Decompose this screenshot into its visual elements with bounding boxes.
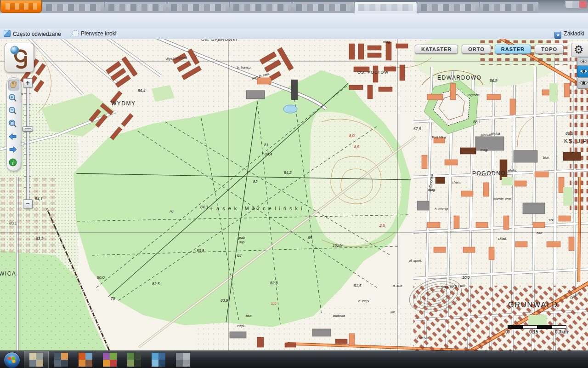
zoom-slider-thumb[interactable]	[23, 126, 33, 132]
firefox-menu-button[interactable]	[0, 0, 42, 13]
bookmark-first-steps[interactable]: Pierwsze kroki	[73, 30, 116, 38]
zoom-in-icon	[8, 93, 17, 103]
layer-visibility-button[interactable]	[577, 77, 588, 89]
window-controls-blur[interactable]	[565, 0, 587, 8]
map-tools-toolbar: i	[6, 77, 21, 171]
blurred-app-icon[interactable]	[74, 351, 97, 368]
blurred-tab-active[interactable]	[355, 2, 417, 13]
scale-label-mid: 0.15	[529, 329, 538, 334]
blurred-app-icon[interactable]	[49, 351, 73, 368]
zoom-slider-track[interactable]	[26, 87, 29, 200]
info-icon: i	[8, 158, 17, 167]
bookmarks-menu-button[interactable]: ★Zakładki	[554, 30, 584, 38]
map-viewport[interactable]: EDWARDOWOWYDMYOS. DĄBRÓWKIOS. POETÓWPOGO…	[0, 39, 588, 351]
taskbar-apps	[24, 351, 195, 368]
scale-label-end: 0.3km	[555, 329, 568, 334]
bookmarks-toolbar: Często odwiedzane Pierwsze kroki ★Zakład…	[0, 29, 588, 40]
zoom-out-icon	[8, 106, 17, 115]
layer-visibility-button[interactable]	[577, 57, 588, 66]
zoom-slider[interactable]: + −	[23, 78, 33, 208]
layer-tab-orto[interactable]: ORTO	[462, 45, 491, 54]
eye-icon	[579, 79, 588, 86]
layer-tabs: KATASTERORTORASTERTOPO	[415, 45, 564, 54]
layer-visibility-button-active[interactable]	[577, 66, 588, 77]
blurred-tab[interactable]	[230, 2, 292, 13]
geoportal-logo[interactable]	[5, 43, 34, 72]
blurred-tab[interactable]	[480, 2, 538, 13]
bookmarks-star-icon: ★	[554, 32, 561, 39]
windows-taskbar	[0, 351, 588, 368]
history-forward-tool[interactable]	[8, 145, 19, 156]
blurred-app-icon[interactable]	[147, 351, 170, 368]
layer-tab-topo[interactable]: TOPO	[535, 45, 564, 54]
bookmark-frequently-visited[interactable]: Często odwiedzane	[4, 30, 61, 38]
start-button[interactable]	[4, 352, 20, 368]
slider-minus-button[interactable]: −	[23, 199, 33, 209]
eye-icon	[579, 59, 588, 64]
navigation-toolbar: ← → mapy.geoportal.gov.pl/imap/ ☆ ▼ ↻ ▼	[0, 13, 588, 29]
blurred-app-icon[interactable]	[24, 351, 49, 368]
scale-label-start: 0	[505, 329, 508, 334]
eye-icon	[579, 68, 588, 75]
history-forward-icon	[8, 145, 17, 154]
dashed-square-icon	[73, 30, 79, 36]
slider-plus-button[interactable]: +	[23, 78, 33, 88]
zoom-extent-icon	[8, 119, 17, 128]
frequently-visited-icon	[4, 30, 11, 37]
blurred-app-icon[interactable]	[98, 351, 122, 368]
blurred-tab[interactable]	[167, 2, 229, 13]
layer-tab-kataster[interactable]: KATASTER	[415, 45, 458, 54]
browser-tab-strip	[0, 0, 588, 14]
blurred-tab[interactable]	[417, 2, 479, 13]
zoom-in-tool[interactable]	[8, 93, 19, 104]
history-back-tool[interactable]	[8, 132, 19, 143]
settings-gear-button[interactable]: ⚙	[571, 43, 588, 57]
pan-hand-icon	[8, 80, 17, 89]
blurred-app-icon[interactable]	[122, 351, 146, 368]
blurred-tab[interactable]	[42, 2, 104, 13]
windows-logo-icon	[8, 356, 16, 364]
zoom-extent-tool[interactable]	[8, 119, 19, 130]
layer-tab-raster[interactable]: RASTER	[495, 45, 531, 54]
blurred-tab[interactable]	[292, 2, 354, 13]
blurred-app-icon[interactable]	[171, 351, 195, 368]
info-tool[interactable]: i	[8, 158, 19, 169]
topo-raster-map	[0, 39, 588, 351]
map-scale-bar	[508, 325, 566, 329]
gear-icon: ⚙	[574, 43, 584, 56]
pan-hand-tool[interactable]	[8, 80, 19, 91]
history-back-icon	[8, 132, 17, 141]
browser-window: ← → mapy.geoportal.gov.pl/imap/ ☆ ▼ ↻ ▼	[0, 0, 588, 368]
zoom-out-tool[interactable]	[8, 106, 19, 117]
blurred-tab[interactable]	[105, 2, 167, 13]
